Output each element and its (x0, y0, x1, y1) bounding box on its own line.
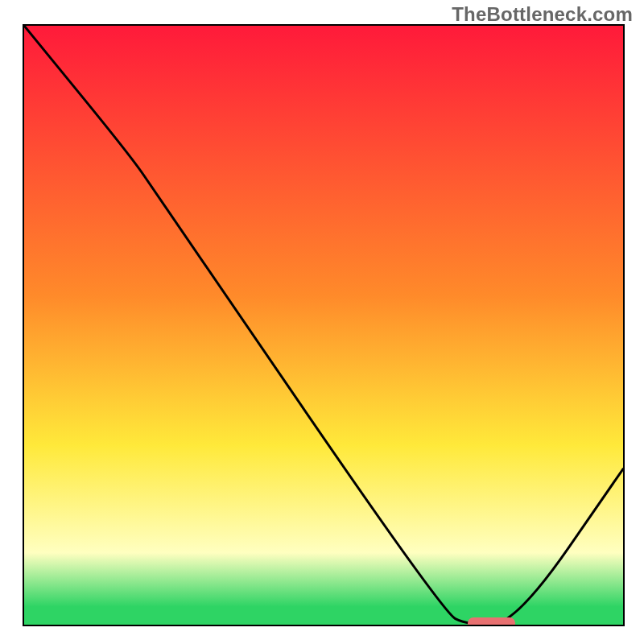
plot-frame (23, 24, 625, 626)
optimal-range-thumb[interactable] (468, 617, 516, 626)
watermark-text: TheBottleneck.com (452, 3, 633, 26)
bottleneck-curve (24, 26, 623, 625)
curve-layer (24, 26, 623, 625)
chart-stage: TheBottleneck.com (0, 0, 644, 644)
